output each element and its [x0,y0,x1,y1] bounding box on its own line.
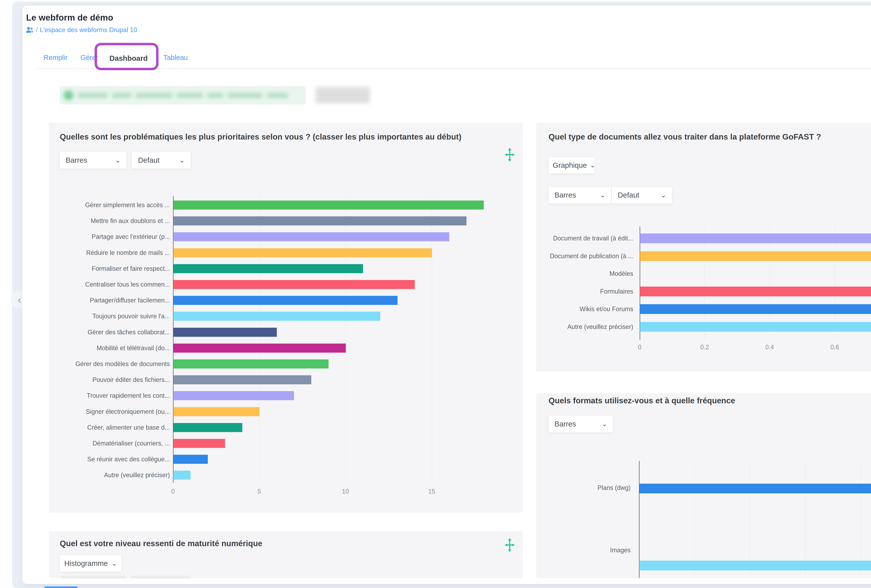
chart-bar[interactable] [173,296,398,305]
chart-bar[interactable] [173,439,225,448]
chart-bar[interactable] [173,471,190,480]
chart-bar[interactable] [639,484,871,494]
chart-type-select[interactable]: Histogramme⌄ [60,555,121,572]
chart-bar[interactable] [173,344,346,353]
chart-title: Quel type de documents allez vous traite… [549,132,821,141]
chevron-down-icon: ⌄ [661,192,666,199]
chart-style-select[interactable]: Defaut⌄ [132,152,190,169]
chevron-down-icon: ⌄ [115,157,121,164]
chart-bar[interactable] [173,232,449,241]
chart-bar[interactable] [640,322,871,332]
chart-bar[interactable] [173,248,432,257]
chart-bar[interactable] [173,200,484,209]
chart-bar[interactable] [173,359,329,368]
chart-type-select[interactable]: Barres⌄ [60,152,126,169]
chevron-down-icon: ⌄ [180,157,185,164]
cutoff-element-edge [45,587,78,588]
drag-move-icon[interactable] [503,538,517,553]
chart-title: Quelles sont les problématiques les plus… [60,132,461,141]
chart-type-select[interactable]: Barres⌄ [549,416,613,432]
chart-type-select[interactable]: Barres⌄ [549,187,611,203]
chevron-right-icon: › [106,12,109,22]
breadcrumb-link[interactable]: L'espace des webforms Drupal 10 [40,26,137,34]
chart-bar[interactable] [173,312,380,321]
chart-mode-select[interactable]: Graphique⌄ [549,157,594,174]
page-title: Le webform de démo [26,12,113,22]
tab-dashboard[interactable]: Dashboard [104,48,153,69]
chart-bar[interactable] [173,423,242,432]
chart-bar[interactable] [173,375,311,385]
tab-tableau[interactable]: Tableau [163,54,188,61]
chevron-down-icon: ⌄ [112,560,117,567]
chart-bar[interactable] [173,407,260,416]
breadcrumb: / L'espace des webforms Drupal 10 [26,26,137,34]
drag-move-icon[interactable] [503,148,517,162]
tab-gerer[interactable]: Gérer [81,54,98,61]
chart-bar[interactable] [640,304,871,314]
chevron-down-icon: ⌄ [590,162,595,169]
chart-title: Quels formats utilisez-vous et à quelle … [549,396,735,405]
chevron-down-icon: ⌄ [600,192,605,199]
redacted-status-banner [60,86,306,105]
tab-remplir[interactable]: Remplir [43,54,67,61]
chart-title: Quel est votre niveau ressenti de maturi… [60,539,262,548]
cutoff-select-stub [61,576,126,578]
chevron-left-icon: ‹ [18,294,21,305]
chart-bar[interactable] [173,264,363,273]
chart-bar[interactable] [173,280,415,289]
chart-bar[interactable] [173,391,294,400]
cutoff-select-stub [131,576,190,578]
chart-bar[interactable] [173,455,208,464]
chart-bar[interactable] [639,561,871,570]
chevron-down-icon: ⌄ [602,420,607,428]
chart-bar[interactable] [173,216,467,226]
chart-bar[interactable] [640,251,871,261]
redacted-label [316,87,370,103]
chart-bar[interactable] [640,287,871,296]
chart-bar[interactable] [173,328,277,337]
users-icon [26,27,34,33]
tab-separator [36,68,871,69]
dashboard-screen: ‹ ‹ Le webform de démo › / L'espace des … [0,0,871,588]
chart-bar[interactable] [640,233,871,243]
chart-style-select[interactable]: Defaut⌄ [612,187,672,203]
breadcrumb-separator: / [36,26,38,34]
